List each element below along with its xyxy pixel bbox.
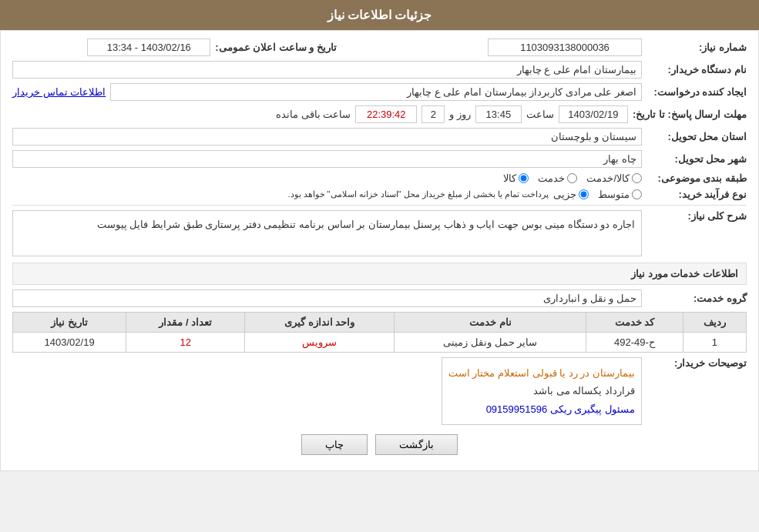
deadline-time-label: ساعت bbox=[526, 109, 554, 120]
back-button[interactable]: بازگشت bbox=[375, 434, 458, 455]
process-option-small[interactable]: جزیی bbox=[553, 189, 589, 200]
need-number-label: شماره نیاز: bbox=[646, 42, 747, 53]
deadline-time-value: 13:45 bbox=[475, 105, 522, 123]
city-label: شهر محل تحویل: bbox=[646, 153, 747, 165]
contact-link[interactable]: اطلاعات تماس خریدار bbox=[12, 86, 106, 98]
buyer-notes-line1: بیمارستان در رد یا قبولی استعلام مختار ا… bbox=[448, 364, 635, 382]
creator-value: اصغر علی مرادی کاربرداز بیمارستان امام ع… bbox=[110, 83, 642, 101]
announce-date-value: 1403/02/16 - 13:34 bbox=[87, 38, 210, 56]
process-label-medium: متوسط bbox=[598, 189, 630, 200]
category-label-goods-services: کالا/خدمت bbox=[586, 172, 630, 184]
col-unit: واحد اندازه گیری bbox=[245, 313, 395, 333]
process-radio-group: متوسط جزیی bbox=[553, 189, 642, 200]
category-label-service: خدمت bbox=[538, 172, 565, 184]
category-option-service[interactable]: خدمت bbox=[538, 172, 577, 184]
cell-name: سایر حمل ونقل زمینی bbox=[395, 333, 586, 353]
service-group-value: حمل و نقل و انبارداری bbox=[12, 289, 642, 307]
print-button[interactable]: چاپ bbox=[301, 434, 368, 455]
category-radio-goods-services[interactable] bbox=[632, 173, 642, 183]
col-name: نام خدمت bbox=[395, 313, 586, 333]
process-radio-medium[interactable] bbox=[632, 189, 642, 199]
cell-row: 1 bbox=[683, 333, 746, 353]
announce-date-label: تاریخ و ساعت اعلان عمومی: bbox=[215, 42, 337, 53]
services-header: اطلاعات خدمات مورد نیاز bbox=[12, 263, 747, 285]
category-option-goods[interactable]: کالا bbox=[503, 172, 529, 184]
category-label: طبقه بندی موضوعی: bbox=[646, 172, 747, 184]
category-radio-service[interactable] bbox=[567, 173, 577, 183]
col-code: کد خدمت bbox=[586, 313, 683, 333]
service-group-label: گروه خدمت: bbox=[646, 293, 747, 304]
buyer-notes-line2: قرارداد یکساله می باشد bbox=[448, 382, 635, 400]
bottom-buttons: بازگشت چاپ bbox=[12, 434, 747, 455]
col-row: ردیف bbox=[683, 313, 746, 333]
deadline-remaining-value: 22:39:42 bbox=[355, 105, 417, 123]
category-radio-goods[interactable] bbox=[519, 173, 529, 183]
province-value: سیستان و بلوچستان bbox=[12, 128, 642, 146]
page-title: جزئیات اطلاعات نیاز bbox=[327, 8, 432, 22]
process-note: پرداخت تمام یا بخشی از مبلغ خریداز محل "… bbox=[287, 189, 549, 199]
cell-unit: سرویس bbox=[245, 333, 395, 353]
creator-label: ایجاد کننده درخواست: bbox=[646, 86, 747, 98]
services-table: ردیف کد خدمت نام خدمت واحد اندازه گیری ت… bbox=[12, 312, 747, 353]
col-date: تاریخ نیاز bbox=[13, 313, 126, 333]
cell-date: 1403/02/19 bbox=[13, 333, 126, 353]
page-header: جزئیات اطلاعات نیاز bbox=[0, 0, 759, 30]
buyer-value: بیمارستان امام علی ع چابهار bbox=[12, 61, 642, 79]
cell-code: ح-49-492 bbox=[586, 333, 683, 353]
deadline-date-value: 1403/02/19 bbox=[559, 105, 628, 123]
city-value: چاه بهار bbox=[12, 150, 642, 168]
buyer-notes-content: بیمارستان در رد یا قبولی استعلام مختار ا… bbox=[442, 357, 642, 425]
table-row: 1ح-49-492سایر حمل ونقل زمینیسرویس121403/… bbox=[13, 333, 747, 353]
process-label: نوع فرآیند خرید: bbox=[646, 189, 747, 200]
deadline-days-value: 2 bbox=[421, 105, 445, 123]
buyer-notes-line3: مسئول پیگیری ریکی 09159951596 bbox=[448, 400, 635, 418]
deadline-remaining-label: ساعت باقی مانده bbox=[276, 109, 351, 120]
deadline-day-label: روز و bbox=[449, 109, 471, 120]
deadline-label: مهلت ارسال پاسخ: تا تاریخ: bbox=[633, 109, 747, 120]
province-label: استان محل تحویل: bbox=[646, 131, 747, 142]
buyer-notes-label: توصیحات خریدار: bbox=[646, 357, 747, 369]
process-label-small: جزیی bbox=[553, 189, 576, 200]
category-option-goods-services[interactable]: کالا/خدمت bbox=[586, 172, 642, 184]
process-option-medium[interactable]: متوسط bbox=[598, 189, 642, 200]
category-label-goods: کالا bbox=[503, 172, 516, 184]
col-quantity: تعداد / مقدار bbox=[126, 313, 245, 333]
description-label: شرح کلی نیاز: bbox=[646, 210, 747, 222]
category-radio-group: کالا/خدمت خدمت کالا bbox=[503, 172, 642, 184]
description-value: اجاره دو دستگاه مینی بوس جهت ایاب و ذهاب… bbox=[12, 210, 642, 256]
need-number-value: 1103093138000036 bbox=[488, 38, 642, 56]
cell-quantity: 12 bbox=[126, 333, 245, 353]
process-radio-small[interactable] bbox=[579, 189, 589, 199]
buyer-label: نام دستگاه خریدار: bbox=[646, 64, 747, 75]
